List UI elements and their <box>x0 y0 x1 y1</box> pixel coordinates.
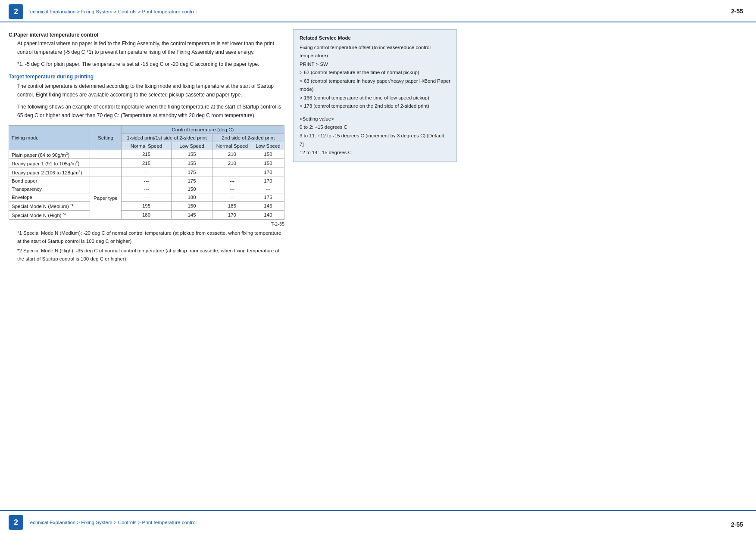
col-normal-speed-2: Normal Speed <box>212 142 252 150</box>
table-data-cell: --- <box>212 185 252 193</box>
header: 2 Technical Explanation > Fixing System … <box>0 0 756 22</box>
col-setting: Setting <box>90 125 121 150</box>
col-2sided: 2nd side of 2-sided print <box>212 134 284 142</box>
table-data-cell: 210 <box>212 150 252 159</box>
related-service-box: Related Service Mode Fixing control temp… <box>293 29 457 162</box>
footnote2: *2 Special Mode N (High): -35 deg C of n… <box>17 247 284 263</box>
table-row-mode: Heavy paper 2 (106 to 128g/m2) <box>9 168 90 177</box>
footer-breadcrumb: Technical Explanation > Fixing System > … <box>28 520 197 525</box>
box-setting-title: <Setting value> <box>300 115 450 124</box>
table-data-cell: --- <box>121 177 171 185</box>
section-c-note: *1. -5 deg C for plain paper. The temper… <box>17 60 284 69</box>
col-normal-speed-1: Normal Speed <box>121 142 171 150</box>
chapter-badge: 2 <box>9 4 23 19</box>
table-data-cell: 175 <box>172 177 212 185</box>
col-1sided: 1-sided print/1st side of 2-sided print <box>121 134 212 142</box>
table-row-mode: Transparency <box>9 185 90 193</box>
page-container: 2 Technical Explanation > Fixing System … <box>0 0 756 534</box>
section-target-body2: The following shows an example of contro… <box>17 103 284 120</box>
table-data-cell: 150 <box>172 202 212 211</box>
table-data-cell: --- <box>121 193 171 202</box>
page-number-top: 2-55 <box>731 8 743 15</box>
table-data-cell: 210 <box>212 159 252 168</box>
table-data-cell: 145 <box>252 202 284 211</box>
table-data-cell: 150 <box>172 185 212 193</box>
section-c-body1: At paper interval where no paper is fed … <box>17 40 284 57</box>
col-control-temp: Control temperature (deg C) <box>121 125 284 134</box>
table-data-cell: 150 <box>252 150 284 159</box>
table-data-cell: 195 <box>121 202 171 211</box>
right-column: Related Service Mode Fixing control temp… <box>293 29 457 264</box>
table-setting <box>90 159 121 168</box>
table-data-cell: --- <box>212 177 252 185</box>
box-line2: PRINT > SW <box>300 60 450 69</box>
table-data-cell: 180 <box>121 210 171 219</box>
table-data-cell: 170 <box>212 210 252 219</box>
table-data-cell: --- <box>121 168 171 177</box>
table-data-cell: 215 <box>121 150 171 159</box>
col-low-speed-1: Low Speed <box>172 142 212 150</box>
left-column: C.Paper interval temperature control At … <box>9 29 284 264</box>
table-setting: Paper type <box>90 177 121 220</box>
table-data-cell: 145 <box>172 210 212 219</box>
main-content: C.Paper interval temperature control At … <box>0 22 756 269</box>
temperature-table: Fixing mode Setting Control temperature … <box>9 125 284 220</box>
table-data-cell: --- <box>212 193 252 202</box>
section-target-title: Target temperature during printing <box>9 74 284 80</box>
table-row-mode: Bond paper <box>9 177 90 185</box>
col-low-speed-2: Low Speed <box>252 142 284 150</box>
box-line4: > 63 (control temperature in heavy paper… <box>300 77 450 94</box>
box-title: Related Service Mode <box>300 34 450 43</box>
table-data-cell: --- <box>121 185 171 193</box>
table-data-cell: --- <box>252 185 284 193</box>
table-row-mode: Plain paper (64 to 90g/m2) <box>9 150 90 159</box>
table-row-mode: Special Mode N (Medium) *1 <box>9 202 90 211</box>
footer: 2 Technical Explanation > Fixing System … <box>0 510 756 534</box>
box-line1: Fixing control temperature offset (to in… <box>300 43 450 60</box>
footer-chapter-badge: 2 <box>9 515 23 530</box>
box-line6: > 173 (control temperature on the 2nd si… <box>300 102 450 111</box>
box-line5: > 166 (control temperature at the time o… <box>300 94 450 102</box>
footnote1: *1 Special Mode N (Medium): -20 deg C of… <box>17 229 284 245</box>
table-row-mode: Heavy paper 1 (91 to 105g/m2) <box>9 159 90 168</box>
table-row-mode: Special Mode N (High) *2 <box>9 210 90 219</box>
table-setting <box>90 168 121 177</box>
table-data-cell: 140 <box>252 210 284 219</box>
table-data-cell: 155 <box>172 150 212 159</box>
table-data-cell: 185 <box>212 202 252 211</box>
table-data-cell: 180 <box>172 193 212 202</box>
section-c-title: C.Paper interval temperature control <box>9 32 284 38</box>
table-data-cell: --- <box>212 168 252 177</box>
table-row-mode: Envelope <box>9 193 90 202</box>
box-setting3: 12 to 14: -15 degrees C <box>300 149 450 157</box>
table-data-cell: 155 <box>172 159 212 168</box>
box-line3: > 62 (control temperature at the time of… <box>300 68 450 77</box>
table-data-cell: 215 <box>121 159 171 168</box>
table-ref: T-2-35 <box>9 221 284 227</box>
col-fixing-mode: Fixing mode <box>9 125 90 150</box>
table-data-cell: 170 <box>252 168 284 177</box>
table-setting <box>90 150 121 159</box>
box-setting1: 0 to 2: +15 degrees C <box>300 123 450 132</box>
table-data-cell: 175 <box>252 193 284 202</box>
table-data-cell: 150 <box>252 159 284 168</box>
table-data-cell: 170 <box>252 177 284 185</box>
section-target-body1: The control temperature is determined ac… <box>17 82 284 99</box>
breadcrumb: Technical Explanation > Fixing System > … <box>28 9 197 14</box>
table-data-cell: 175 <box>172 168 212 177</box>
box-setting2: 3 to 11: +12 to -15 degrees C (increment… <box>300 132 450 149</box>
page-number-bottom: 2-55 <box>731 521 743 528</box>
